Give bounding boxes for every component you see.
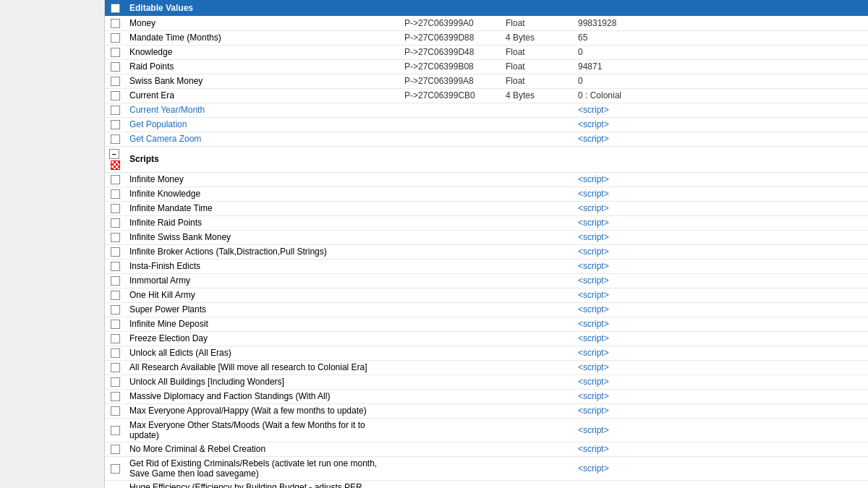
row-checkbox[interactable] — [111, 262, 120, 271]
row-checkbox[interactable] — [111, 445, 120, 454]
row-address — [400, 389, 501, 403]
row-checkbox[interactable] — [111, 218, 120, 228]
row-script-value[interactable]: <script> — [574, 389, 868, 403]
table-row: Raid Points P->27C06399B08 Float 94871 — [105, 59, 868, 74]
row-script-value[interactable]: <script> — [574, 418, 868, 442]
row-name: Mandate Time (Months) — [125, 30, 400, 45]
row-value[interactable]: 0 — [574, 74, 868, 88]
table-container[interactable]: Editable Values Money P->27C063999A0 Flo… — [105, 0, 868, 488]
row-script-value[interactable]: <script> — [574, 317, 868, 331]
row-script-value[interactable]: <script> — [574, 215, 868, 230]
row-name: Get Rid of Existing Criminals/Rebels (ac… — [125, 456, 400, 480]
row-address — [400, 374, 501, 389]
header-checkbox[interactable] — [111, 4, 120, 13]
checkbox-cell — [105, 230, 125, 244]
table-row: Super Power Plants <script> — [105, 302, 868, 317]
row-name-link[interactable]: Get Camera Zoom — [125, 132, 400, 146]
row-script-value[interactable]: <script> — [574, 187, 868, 201]
row-value[interactable]: 0 : Colonial — [574, 88, 868, 103]
row-name: Unlock all Edicts (All Eras) — [125, 346, 400, 360]
row-checkbox[interactable] — [111, 33, 120, 43]
row-checkbox[interactable] — [111, 426, 120, 435]
row-type — [501, 317, 574, 331]
row-address — [400, 456, 501, 480]
row-script-value[interactable]: <script> — [574, 273, 868, 288]
row-script-value[interactable]: <script> — [574, 288, 868, 302]
row-name: Infinite Money — [125, 172, 400, 187]
scripts-header-checkbox[interactable] — [111, 160, 120, 170]
row-script-value[interactable]: <script> — [574, 172, 868, 187]
row-script-value[interactable]: <script> — [574, 442, 868, 456]
row-name: Inmmortal Army — [125, 273, 400, 288]
row-script-value[interactable]: <script> — [574, 456, 868, 480]
row-checkbox[interactable] — [111, 464, 120, 474]
checkbox-cell — [105, 480, 125, 488]
row-address: P->27C06399D88 — [400, 30, 501, 45]
row-script-value[interactable]: <script> — [574, 403, 868, 418]
row-checkbox[interactable] — [111, 392, 120, 401]
row-name-link[interactable]: Current Year/Month — [125, 103, 400, 117]
row-script-value[interactable]: <script> — [574, 480, 868, 488]
table-row: Get Population <script> — [105, 117, 868, 132]
scripts-label: Scripts — [125, 146, 868, 172]
row-type: Float — [501, 16, 574, 30]
row-checkbox[interactable] — [111, 377, 120, 387]
row-script-value[interactable]: <script> — [574, 103, 868, 117]
row-checkbox[interactable] — [111, 233, 120, 242]
table-row: Mandate Time (Months) P->27C06399D88 4 B… — [105, 30, 868, 45]
row-checkbox[interactable] — [111, 276, 120, 286]
row-name: Max Everyone Other Stats/Moods (Wait a f… — [125, 418, 400, 442]
row-value[interactable]: 0 — [574, 45, 868, 59]
row-checkbox[interactable] — [111, 363, 120, 372]
checkbox-cell — [105, 389, 125, 403]
row-checkbox[interactable] — [111, 204, 120, 213]
row-script-value[interactable]: <script> — [574, 346, 868, 360]
row-checkbox[interactable] — [111, 120, 120, 129]
row-address — [400, 215, 501, 230]
row-checkbox[interactable] — [111, 189, 120, 199]
row-type: Float — [501, 59, 574, 74]
row-script-value[interactable]: <script> — [574, 230, 868, 244]
row-script-value[interactable]: <script> — [574, 374, 868, 389]
row-checkbox[interactable] — [111, 77, 120, 86]
row-checkbox[interactable] — [111, 19, 120, 28]
row-checkbox[interactable] — [111, 348, 120, 358]
checkbox-cell — [105, 346, 125, 360]
row-value[interactable]: 65 — [574, 30, 868, 45]
row-script-value[interactable]: <script> — [574, 244, 868, 259]
row-script-value[interactable]: <script> — [574, 117, 868, 132]
row-checkbox[interactable] — [111, 134, 120, 144]
row-name-link[interactable]: Get Population — [125, 117, 400, 132]
row-checkbox[interactable] — [111, 320, 120, 329]
row-checkbox[interactable] — [111, 91, 120, 100]
checkbox-cell — [105, 374, 125, 389]
row-name: Insta-Finish Edicts — [125, 259, 400, 273]
row-value[interactable]: 94871 — [574, 59, 868, 74]
row-script-value[interactable]: <script> — [574, 360, 868, 374]
row-checkbox[interactable] — [111, 62, 120, 72]
row-script-value[interactable]: <script> — [574, 132, 868, 146]
row-checkbox[interactable] — [111, 48, 120, 57]
expand-collapse-icon[interactable]: − — [109, 149, 119, 159]
row-script-value[interactable]: <script> — [574, 259, 868, 273]
row-checkbox[interactable] — [111, 305, 120, 314]
row-name: Max Everyone Approval/Happy (Wait a few … — [125, 403, 400, 418]
table-row: Freeze Election Day <script> — [105, 331, 868, 346]
row-checkbox[interactable] — [111, 106, 120, 115]
row-checkbox[interactable] — [111, 406, 120, 416]
checkbox-cell — [105, 418, 125, 442]
table-row: Swiss Bank Money P->27C063999A8 Float 0 — [105, 74, 868, 88]
row-checkbox[interactable] — [111, 247, 120, 257]
row-checkbox[interactable] — [111, 175, 120, 184]
row-type — [501, 117, 574, 132]
checkbox-cell — [105, 74, 125, 88]
table-row: Get Rid of Existing Criminals/Rebels (ac… — [105, 456, 868, 480]
checkbox-cell — [105, 16, 125, 30]
row-value[interactable]: 99831928 — [574, 16, 868, 30]
row-checkbox[interactable] — [111, 334, 120, 343]
row-script-value[interactable]: <script> — [574, 331, 868, 346]
data-table: Editable Values Money P->27C063999A0 Flo… — [105, 0, 868, 488]
row-script-value[interactable]: <script> — [574, 201, 868, 215]
row-checkbox[interactable] — [111, 291, 120, 300]
row-script-value[interactable]: <script> — [574, 302, 868, 317]
